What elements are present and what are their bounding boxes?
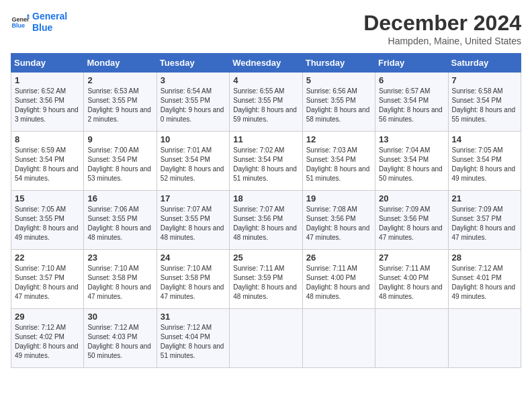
cell-content: Sunrise: 7:04 AMSunset: 3:54 PMDaylight:… [379, 146, 444, 183]
calendar-cell: 21Sunrise: 7:09 AMSunset: 3:57 PMDayligh… [448, 191, 521, 250]
svg-text:Blue: Blue [11, 22, 25, 29]
cell-content: Sunrise: 7:11 AMSunset: 4:00 PMDaylight:… [306, 264, 371, 302]
calendar-cell: 17Sunrise: 7:07 AMSunset: 3:55 PMDayligh… [157, 191, 229, 250]
calendar-cell: 27Sunrise: 7:11 AMSunset: 4:00 PMDayligh… [375, 250, 448, 309]
calendar-cell: 29Sunrise: 7:12 AMSunset: 4:02 PMDayligh… [11, 309, 84, 368]
day-number: 1 [15, 75, 80, 85]
day-number: 9 [87, 134, 152, 144]
day-number: 23 [87, 253, 152, 263]
calendar-cell [230, 309, 302, 368]
calendar-cell: 8Sunrise: 6:59 AMSunset: 3:54 PMDaylight… [11, 132, 84, 191]
cell-content: Sunrise: 7:08 AMSunset: 3:56 PMDaylight:… [306, 205, 371, 242]
calendar-cell: 9Sunrise: 7:00 AMSunset: 3:54 PMDaylight… [84, 132, 157, 191]
col-header-monday: Monday [84, 54, 157, 73]
day-number: 29 [15, 312, 80, 322]
cell-content: Sunrise: 6:57 AMSunset: 3:54 PMDaylight:… [379, 87, 444, 124]
cell-content: Sunrise: 7:10 AMSunset: 3:58 PMDaylight:… [87, 264, 152, 302]
cell-content: Sunrise: 6:58 AMSunset: 3:54 PMDaylight:… [452, 87, 517, 124]
day-number: 28 [452, 253, 517, 263]
calendar-cell: 7Sunrise: 6:58 AMSunset: 3:54 PMDaylight… [448, 73, 521, 132]
cell-content: Sunrise: 7:11 AMSunset: 3:59 PMDaylight:… [233, 264, 298, 302]
day-number: 10 [161, 134, 226, 144]
title-block: December 2024 Hampden, Maine, United Sta… [363, 11, 521, 46]
cell-content: Sunrise: 7:09 AMSunset: 3:56 PMDaylight:… [379, 205, 444, 242]
day-number: 15 [15, 193, 80, 203]
cell-content: Sunrise: 6:52 AMSunset: 3:56 PMDaylight:… [15, 87, 80, 124]
calendar-cell: 4Sunrise: 6:55 AMSunset: 3:55 PMDaylight… [230, 73, 302, 132]
calendar-cell: 5Sunrise: 6:56 AMSunset: 3:55 PMDaylight… [302, 73, 375, 132]
location: Hampden, Maine, United States [363, 36, 521, 46]
cell-content: Sunrise: 7:12 AMSunset: 4:04 PMDaylight:… [161, 323, 226, 361]
calendar-table: SundayMondayTuesdayWednesdayThursdayFrid… [11, 53, 521, 368]
cell-content: Sunrise: 7:12 AMSunset: 4:01 PMDaylight:… [452, 264, 517, 302]
calendar-cell: 15Sunrise: 7:05 AMSunset: 3:55 PMDayligh… [11, 191, 84, 250]
month-title: December 2024 [363, 11, 521, 36]
day-number: 7 [452, 75, 517, 85]
cell-content: Sunrise: 7:03 AMSunset: 3:54 PMDaylight:… [306, 146, 371, 183]
day-number: 31 [161, 312, 226, 322]
day-number: 27 [379, 253, 444, 263]
cell-content: Sunrise: 7:05 AMSunset: 3:54 PMDaylight:… [452, 146, 517, 183]
day-number: 4 [233, 75, 298, 85]
cell-content: Sunrise: 6:55 AMSunset: 3:55 PMDaylight:… [233, 87, 298, 124]
calendar-cell: 20Sunrise: 7:09 AMSunset: 3:56 PMDayligh… [375, 191, 448, 250]
col-header-tuesday: Tuesday [157, 54, 229, 73]
calendar-cell: 10Sunrise: 7:01 AMSunset: 3:54 PMDayligh… [157, 132, 229, 191]
day-number: 13 [379, 134, 444, 144]
cell-content: Sunrise: 6:53 AMSunset: 3:55 PMDaylight:… [87, 87, 152, 124]
cell-content: Sunrise: 7:07 AMSunset: 3:55 PMDaylight:… [161, 205, 226, 242]
day-number: 16 [87, 193, 152, 203]
cell-content: Sunrise: 7:01 AMSunset: 3:54 PMDaylight:… [161, 146, 226, 183]
calendar-cell [448, 309, 521, 368]
day-number: 11 [233, 134, 298, 144]
col-header-thursday: Thursday [302, 54, 375, 73]
page-header: General Blue General Blue December 2024 … [11, 11, 521, 46]
logo: General Blue General Blue [11, 11, 67, 34]
svg-text:General: General [11, 15, 30, 22]
calendar-cell: 16Sunrise: 7:06 AMSunset: 3:55 PMDayligh… [84, 191, 157, 250]
cell-content: Sunrise: 7:10 AMSunset: 3:58 PMDaylight:… [161, 264, 226, 302]
cell-content: Sunrise: 7:12 AMSunset: 4:03 PMDaylight:… [87, 323, 152, 361]
day-number: 19 [306, 193, 371, 203]
calendar-cell: 3Sunrise: 6:54 AMSunset: 3:55 PMDaylight… [157, 73, 229, 132]
day-number: 22 [15, 253, 80, 263]
day-number: 8 [15, 134, 80, 144]
calendar-cell: 28Sunrise: 7:12 AMSunset: 4:01 PMDayligh… [448, 250, 521, 309]
logo-text: General Blue [32, 11, 67, 34]
day-number: 14 [452, 134, 517, 144]
day-number: 26 [306, 253, 371, 263]
week-row-1: 1Sunrise: 6:52 AMSunset: 3:56 PMDaylight… [11, 73, 521, 132]
day-number: 21 [452, 193, 517, 203]
col-header-wednesday: Wednesday [230, 54, 302, 73]
calendar-cell: 26Sunrise: 7:11 AMSunset: 4:00 PMDayligh… [302, 250, 375, 309]
calendar-cell: 31Sunrise: 7:12 AMSunset: 4:04 PMDayligh… [157, 309, 229, 368]
calendar-cell: 14Sunrise: 7:05 AMSunset: 3:54 PMDayligh… [448, 132, 521, 191]
calendar-cell: 25Sunrise: 7:11 AMSunset: 3:59 PMDayligh… [230, 250, 302, 309]
header-row: SundayMondayTuesdayWednesdayThursdayFrid… [11, 54, 521, 73]
day-number: 3 [161, 75, 226, 85]
cell-content: Sunrise: 7:00 AMSunset: 3:54 PMDaylight:… [87, 146, 152, 183]
calendar-cell: 11Sunrise: 7:02 AMSunset: 3:54 PMDayligh… [230, 132, 302, 191]
calendar-cell [302, 309, 375, 368]
week-row-5: 29Sunrise: 7:12 AMSunset: 4:02 PMDayligh… [11, 309, 521, 368]
cell-content: Sunrise: 7:09 AMSunset: 3:57 PMDaylight:… [452, 205, 517, 242]
calendar-cell: 1Sunrise: 6:52 AMSunset: 3:56 PMDaylight… [11, 73, 84, 132]
calendar-cell: 13Sunrise: 7:04 AMSunset: 3:54 PMDayligh… [375, 132, 448, 191]
calendar-cell: 19Sunrise: 7:08 AMSunset: 3:56 PMDayligh… [302, 191, 375, 250]
cell-content: Sunrise: 7:11 AMSunset: 4:00 PMDaylight:… [379, 264, 444, 302]
cell-content: Sunrise: 6:56 AMSunset: 3:55 PMDaylight:… [306, 87, 371, 124]
calendar-cell: 30Sunrise: 7:12 AMSunset: 4:03 PMDayligh… [84, 309, 157, 368]
col-header-saturday: Saturday [448, 54, 521, 73]
cell-content: Sunrise: 7:12 AMSunset: 4:02 PMDaylight:… [15, 323, 80, 361]
day-number: 30 [87, 312, 152, 322]
col-header-friday: Friday [375, 54, 448, 73]
cell-content: Sunrise: 6:59 AMSunset: 3:54 PMDaylight:… [15, 146, 80, 183]
cell-content: Sunrise: 7:05 AMSunset: 3:55 PMDaylight:… [15, 205, 80, 242]
calendar-cell: 2Sunrise: 6:53 AMSunset: 3:55 PMDaylight… [84, 73, 157, 132]
day-number: 24 [161, 253, 226, 263]
calendar-cell: 23Sunrise: 7:10 AMSunset: 3:58 PMDayligh… [84, 250, 157, 309]
logo-icon: General Blue [11, 13, 30, 32]
week-row-3: 15Sunrise: 7:05 AMSunset: 3:55 PMDayligh… [11, 191, 521, 250]
day-number: 17 [161, 193, 226, 203]
cell-content: Sunrise: 7:10 AMSunset: 3:57 PMDaylight:… [15, 264, 80, 302]
